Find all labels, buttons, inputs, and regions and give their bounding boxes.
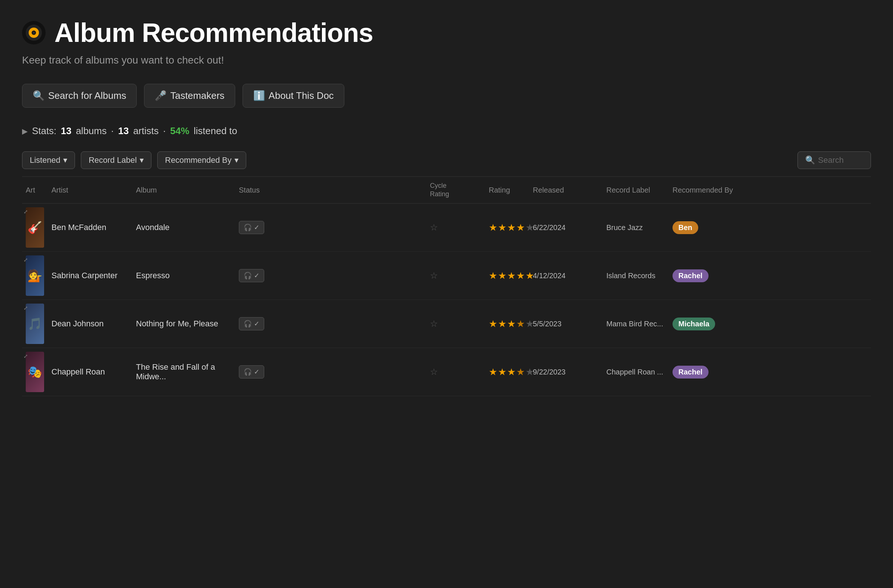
status-badge-1: 🎧 ✓ xyxy=(239,221,264,234)
recommender-cell-3: Michaela xyxy=(669,317,871,330)
listened-chevron-icon: ▾ xyxy=(63,155,67,165)
rating-cell-1: ★ ★ ★ ★ ★ xyxy=(485,222,529,233)
search-albums-icon: 🔍 xyxy=(33,90,45,101)
headphones-icon-4: 🎧 xyxy=(244,368,252,376)
th-cycle-rating: Cycle Rating xyxy=(426,182,485,198)
about-doc-button[interactable]: ℹ️ About This Doc xyxy=(242,84,344,108)
album-cell-3: Nothing for Me, Please xyxy=(132,319,235,329)
stats-row: ▶ Stats: 13 albums · 13 artists · 54% li… xyxy=(22,125,871,137)
expand-icon-4[interactable]: ⤢ xyxy=(24,353,28,359)
status-badge-3: 🎧 ✓ xyxy=(239,317,264,330)
th-artist: Artist xyxy=(48,182,132,198)
recommender-badge-1: Ben xyxy=(672,221,698,234)
recommender-cell-4: Rachel xyxy=(669,365,871,379)
search-filter-icon: 🔍 xyxy=(805,155,815,165)
record-label-cell-3: Mama Bird Rec... xyxy=(603,320,669,328)
expand-icon-2[interactable]: ⤢ xyxy=(24,257,28,263)
recommender-cell-1: Ben xyxy=(669,221,871,234)
art-cell-1: ⤢ 🎸 xyxy=(22,207,48,248)
th-recommended-by: Recommended By xyxy=(669,182,871,198)
headphones-icon-1: 🎧 xyxy=(244,223,252,232)
page-subtitle: Keep track of albums you want to check o… xyxy=(22,54,871,66)
cycle-star-2[interactable]: ☆ xyxy=(430,271,438,280)
released-cell-3: 5/5/2023 xyxy=(529,320,603,328)
status-cell-1: 🎧 ✓ xyxy=(235,221,426,234)
cycle-star-4[interactable]: ☆ xyxy=(430,367,438,377)
album-art-4: 🎭 xyxy=(26,352,44,392)
cycle-rating-cell-1: ☆ xyxy=(426,223,485,233)
search-albums-label: Search for Albums xyxy=(48,90,126,101)
art-cell-3: ⤢ 🎵 xyxy=(22,304,48,344)
tastemakers-icon: 🎤 xyxy=(155,90,167,101)
album-cell-1: Avondale xyxy=(132,223,235,232)
search-albums-button[interactable]: 🔍 Search for Albums xyxy=(22,84,137,108)
status-cell-3: 🎧 ✓ xyxy=(235,317,426,330)
stats-dot-1: · xyxy=(111,125,114,137)
th-rating: Rating xyxy=(485,182,529,198)
stats-albums-unit: albums xyxy=(76,125,107,137)
artist-cell-4: Chappell Roan xyxy=(48,367,132,377)
art-cell-2: ⤢ 💁 xyxy=(22,256,48,296)
star-rating-1: ★ ★ ★ ★ ★ xyxy=(489,222,526,233)
status-badge-4: 🎧 ✓ xyxy=(239,365,264,379)
search-filter[interactable]: 🔍 Search xyxy=(797,152,871,169)
th-released: Released xyxy=(529,182,603,198)
table-row: ⤢ 🎸 Ben McFadden Avondale 🎧 ✓ ☆ ★ ★ xyxy=(22,204,871,252)
stats-artists-unit: artists xyxy=(133,125,158,137)
check-icon-2: ✓ xyxy=(254,272,259,280)
status-cell-2: 🎧 ✓ xyxy=(235,269,426,282)
filter-row: Listened ▾ Record Label ▾ Recommended By… xyxy=(22,152,871,176)
vinyl-icon xyxy=(22,21,45,45)
th-art: Art xyxy=(22,182,48,198)
artist-cell-3: Dean Johnson xyxy=(48,319,132,329)
released-cell-1: 6/22/2024 xyxy=(529,223,603,232)
table-row: ⤢ 💁 Sabrina Carpenter Espresso 🎧 ✓ ☆ ★ ★ xyxy=(22,252,871,300)
th-album: Album xyxy=(132,182,235,198)
rating-cell-2: ★ ★ ★ ★ ★ xyxy=(485,270,529,281)
expand-icon-1[interactable]: ⤢ xyxy=(24,209,28,215)
stats-percent: 54% xyxy=(170,125,189,137)
stats-albums-count: 13 xyxy=(61,125,71,137)
stats-percent-label: listened to xyxy=(194,125,238,137)
table-header: Art Artist Album Status Cycle Rating Rat… xyxy=(22,177,871,204)
th-record-label: Record Label xyxy=(603,182,669,198)
cycle-star-1[interactable]: ☆ xyxy=(430,223,438,232)
tastemakers-button[interactable]: 🎤 Tastemakers xyxy=(144,84,235,108)
released-cell-2: 4/12/2024 xyxy=(529,272,603,280)
rating-cell-3: ★ ★ ★ ★ ★ xyxy=(485,318,529,329)
released-cell-4: 9/22/2023 xyxy=(529,368,603,376)
recommender-badge-4: Rachel xyxy=(672,365,708,379)
check-icon-1: ✓ xyxy=(254,223,259,232)
recommender-badge-2: Rachel xyxy=(672,269,708,282)
stats-artists-count: 13 xyxy=(118,125,129,137)
table-row: ⤢ 🎭 Chappell Roan The Rise and Fall of a… xyxy=(22,348,871,396)
record-label-filter-label: Record Label xyxy=(89,155,137,165)
cycle-rating-cell-2: ☆ xyxy=(426,271,485,281)
table-row: ⤢ 🎵 Dean Johnson Nothing for Me, Please … xyxy=(22,300,871,348)
expand-icon-3[interactable]: ⤢ xyxy=(24,305,28,311)
cycle-star-3[interactable]: ☆ xyxy=(430,319,438,329)
stats-arrow-icon: ▶ xyxy=(22,127,27,135)
page-container: Album Recommendations Keep track of albu… xyxy=(0,0,893,414)
cycle-rating-cell-3: ☆ xyxy=(426,319,485,329)
star-rating-3: ★ ★ ★ ★ ★ xyxy=(489,318,526,329)
check-icon-3: ✓ xyxy=(254,320,259,328)
check-icon-4: ✓ xyxy=(254,368,259,376)
album-cell-4: The Rise and Fall of a Midwe... xyxy=(132,362,235,382)
stats-dot-2: · xyxy=(163,125,166,137)
status-cell-4: 🎧 ✓ xyxy=(235,365,426,379)
recommended-by-filter-label: Recommended By xyxy=(165,155,232,165)
nav-buttons: 🔍 Search for Albums 🎤 Tastemakers ℹ️ Abo… xyxy=(22,84,871,108)
album-table: Art Artist Album Status Cycle Rating Rat… xyxy=(22,176,871,396)
artist-cell-2: Sabrina Carpenter xyxy=(48,271,132,280)
record-label-filter[interactable]: Record Label ▾ xyxy=(81,152,152,169)
star-rating-4: ★ ★ ★ ★ ★ xyxy=(489,366,526,378)
stats-label: Stats: xyxy=(32,125,56,137)
album-art-2: 💁 xyxy=(26,256,44,296)
header-row: Album Recommendations xyxy=(22,18,871,48)
star-rating-2: ★ ★ ★ ★ ★ xyxy=(489,270,526,281)
th-status: Status xyxy=(235,182,426,198)
listened-filter[interactable]: Listened ▾ xyxy=(22,152,75,169)
recommended-by-filter[interactable]: Recommended By ▾ xyxy=(157,152,246,169)
album-art-3: 🎵 xyxy=(26,304,44,344)
